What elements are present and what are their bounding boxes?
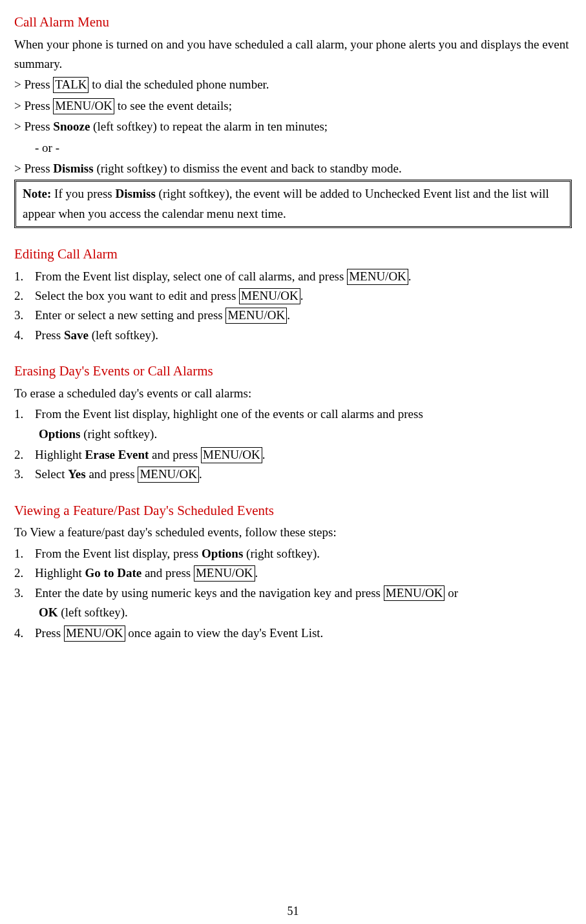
list-num: 4. (14, 326, 35, 345)
text: > Press (14, 99, 53, 112)
list-item: 4. Press Save (left softkey). (14, 326, 572, 345)
instruction-line: > Press MENU/OK to see the event details… (14, 96, 572, 116)
intro-text: To erase a scheduled day's events or cal… (14, 384, 572, 403)
text: once again to view the day's Event List. (125, 626, 324, 640)
list-content: Select Yes and press MENU/OK. (35, 465, 572, 484)
option-yes: Yes (68, 467, 85, 481)
list-content: From the Event list display, select one … (35, 267, 572, 286)
instruction-line: > Press Dismiss (right softkey) to dismi… (14, 159, 572, 178)
text: . (408, 269, 412, 283)
softkey-ok: OK (39, 605, 58, 619)
text: . (262, 448, 266, 461)
key-menuok: MENU/OK (201, 447, 262, 463)
list-num: 2. (14, 286, 35, 306)
instruction-line: > Press TALK to dial the scheduled phone… (14, 75, 572, 94)
text: (right softkey) to dismiss the event and… (94, 162, 402, 175)
intro-text: To View a feature/past day's scheduled e… (14, 523, 572, 542)
text: . (199, 467, 202, 481)
list-content: From the Event list display, highlight o… (35, 404, 572, 424)
key-menuok: MENU/OK (347, 269, 408, 285)
text: > Press (14, 162, 53, 175)
text: (left softkey) to repeat the alarm in te… (90, 120, 328, 133)
softkey-save: Save (64, 328, 89, 342)
page-number: 51 (14, 902, 572, 921)
text: If you press (51, 187, 115, 200)
list-content: From the Event list display, press Optio… (35, 544, 572, 563)
text: Highlight (35, 448, 85, 461)
list-item: 1. From the Event list display, highligh… (14, 404, 572, 424)
menu-erase-event: Erase Event (85, 448, 149, 461)
list-content: Highlight Go to Date and press MENU/OK. (35, 563, 572, 583)
text: From the Event list display, select one … (35, 269, 347, 283)
key-menuok: MENU/OK (138, 467, 199, 483)
text: Enter the date by using numeric keys and… (35, 586, 384, 600)
list-content: Select the box you want to edit and pres… (35, 286, 572, 306)
text: > Press (14, 120, 53, 133)
text: Press (35, 626, 64, 640)
list-num: 1. (14, 404, 35, 424)
or-text: - or - (14, 138, 572, 158)
intro-text: When your phone is turned on and you hav… (14, 35, 572, 74)
list-num: 2. (14, 563, 35, 583)
list-num: 3. (14, 583, 35, 603)
text: and press (86, 467, 138, 481)
key-menuok: MENU/OK (194, 565, 255, 582)
menu-go-to-date: Go to Date (85, 566, 142, 580)
key-talk: TALK (53, 77, 89, 93)
text: and press (141, 566, 194, 580)
list-item: 2. Highlight Go to Date and press MENU/O… (14, 563, 572, 583)
list-item: 1. From the Event list display, press Op… (14, 544, 572, 563)
heading-call-alarm-menu: Call Alarm Menu (14, 12, 572, 34)
list-content: Highlight Erase Event and press MENU/OK. (35, 445, 572, 465)
list-content: Press MENU/OK once again to view the day… (35, 624, 572, 643)
heading-erasing-days-events: Erasing Day's Events or Call Alarms (14, 361, 572, 383)
text: Highlight (35, 566, 85, 580)
list-item: 4. Press MENU/OK once again to view the … (14, 624, 572, 643)
softkey-snooze: Snooze (53, 120, 90, 133)
note-box: Note: If you press Dismiss (right softke… (14, 180, 572, 228)
text: and press (149, 448, 201, 461)
key-menuok: MENU/OK (384, 585, 445, 602)
text: > Press (14, 78, 53, 91)
text: Press (35, 328, 64, 342)
list-item: 3. Select Yes and press MENU/OK. (14, 465, 572, 484)
softkey-dismiss: Dismiss (116, 187, 156, 200)
list-num: 3. (14, 306, 35, 325)
key-menuok: MENU/OK (64, 625, 125, 642)
text: . (300, 289, 304, 302)
list-num: 2. (14, 445, 35, 465)
text: Enter or select a new setting and press (35, 308, 225, 322)
list-continuation: Options (right softkey). (14, 425, 572, 444)
text: From the Event list display, press (35, 547, 202, 560)
list-item: 1. From the Event list display, select o… (14, 267, 572, 286)
list-num: 1. (14, 544, 35, 563)
text: Select (35, 467, 68, 481)
list-continuation: OK (left softkey). (14, 603, 572, 622)
list-num: 3. (14, 465, 35, 484)
key-menuok: MENU/OK (239, 288, 300, 304)
softkey-dismiss: Dismiss (53, 162, 93, 175)
list-item: 2. Highlight Erase Event and press MENU/… (14, 445, 572, 465)
text: Select the box you want to edit and pres… (35, 289, 239, 302)
text: . (255, 566, 258, 580)
list-content: Enter the date by using numeric keys and… (35, 583, 572, 603)
text: . (287, 308, 290, 322)
list-item: 2. Select the box you want to edit and p… (14, 286, 572, 306)
list-item: 3. Enter or select a new setting and pre… (14, 306, 572, 325)
list-content: Enter or select a new setting and press … (35, 306, 572, 325)
list-content: Press Save (left softkey). (35, 326, 572, 345)
text: (left softkey). (89, 328, 158, 342)
instruction-line: > Press Snooze (left softkey) to repeat … (14, 117, 572, 136)
list-num: 1. (14, 267, 35, 286)
text: (right softkey). (243, 547, 320, 560)
heading-viewing-feature-past: Viewing a Feature/Past Day's Scheduled E… (14, 500, 572, 522)
softkey-options: Options (202, 547, 243, 560)
text: (left softkey). (58, 605, 128, 619)
key-menuok: MENU/OK (53, 98, 114, 114)
list-num: 4. (14, 624, 35, 643)
text: (right softkey). (80, 427, 157, 441)
softkey-options: Options (39, 427, 80, 441)
key-menuok: MENU/OK (225, 308, 287, 324)
text: to see the event details; (114, 99, 232, 112)
heading-editing-call-alarm: Editing Call Alarm (14, 244, 572, 266)
